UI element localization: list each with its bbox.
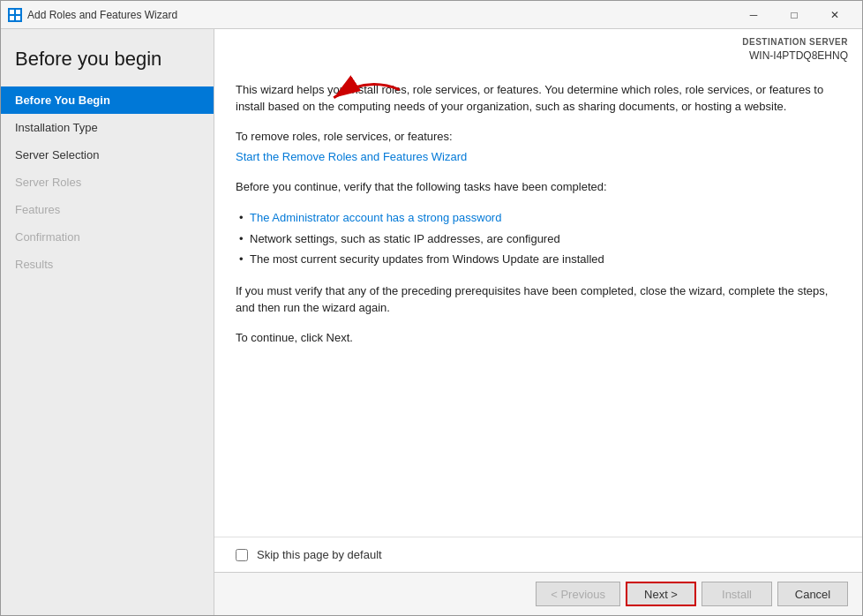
app-icon — [8, 8, 22, 22]
sidebar-item-results: Results — [1, 251, 214, 278]
destination-label: DESTINATION SERVER — [229, 36, 848, 49]
paragraph-continue: To continue, click Next. — [236, 329, 841, 347]
paragraph-remove: To remove roles, role services, or featu… — [236, 128, 841, 146]
cancel-button[interactable]: Cancel — [777, 582, 848, 606]
paragraph-close-wizard: If you must verify that any of the prece… — [236, 282, 841, 317]
bullet-item-2: Network settings, such as static IP addr… — [236, 229, 841, 250]
window-controls: ─ □ ✕ — [733, 1, 855, 29]
destination-server-info: DESTINATION SERVER WIN-I4PTDQ8EHNQ — [214, 29, 862, 67]
sidebar-item-server-selection[interactable]: Server Selection — [1, 141, 214, 169]
destination-server-name: WIN-I4PTDQ8EHNQ — [229, 49, 848, 64]
window-title: Add Roles and Features Wizard — [27, 9, 733, 21]
skip-checkbox-label[interactable]: Skip this page by default — [257, 548, 382, 561]
paragraph-verify: Before you continue, verify that the fol… — [236, 178, 841, 196]
prerequisites-list: The Administrator account has a strong p… — [236, 207, 841, 270]
bullet-item-3: The most current security updates from W… — [236, 249, 841, 270]
bullet-item-1: The Administrator account has a strong p… — [236, 207, 841, 229]
svg-rect-2 — [10, 16, 14, 20]
minimize-button[interactable]: ─ — [733, 1, 774, 29]
sidebar: Before you begin Before You Begin Instal… — [1, 29, 214, 615]
sidebar-nav: Before You Begin Installation Type Serve… — [1, 86, 214, 615]
wizard-window: Add Roles and Features Wizard ─ □ ✕ Befo… — [0, 0, 863, 616]
close-button[interactable]: ✕ — [814, 1, 855, 29]
maximize-button[interactable]: □ — [774, 1, 814, 29]
sidebar-item-before-you-begin[interactable]: Before You Begin — [1, 86, 214, 114]
main-content: Before you begin Before You Begin Instal… — [1, 29, 862, 615]
sidebar-item-confirmation: Confirmation — [1, 223, 214, 251]
install-button[interactable]: Install — [702, 582, 772, 606]
skip-checkbox[interactable] — [236, 549, 248, 561]
sidebar-item-installation-type[interactable]: Installation Type — [1, 114, 214, 141]
skip-checkbox-area: Skip this page by default — [214, 537, 862, 572]
svg-rect-0 — [10, 10, 14, 14]
sidebar-item-features: Features — [1, 196, 214, 223]
sidebar-title: Before you begin — [15, 47, 199, 72]
content-area: DESTINATION SERVER WIN-I4PTDQ8EHNQ — [214, 29, 862, 615]
content-body: This wizard helps you install roles, rol… — [214, 67, 862, 537]
svg-rect-3 — [16, 16, 20, 20]
sidebar-header: Before you begin — [1, 29, 214, 86]
footer: < Previous Next > Install Cancel — [214, 572, 862, 615]
next-button[interactable]: Next > — [626, 582, 696, 606]
previous-button[interactable]: < Previous — [536, 582, 620, 606]
svg-rect-1 — [16, 10, 20, 14]
sidebar-item-server-roles: Server Roles — [1, 169, 214, 196]
title-bar: Add Roles and Features Wizard ─ □ ✕ — [1, 1, 862, 29]
remove-roles-link[interactable]: Start the Remove Roles and Features Wiza… — [236, 150, 467, 163]
